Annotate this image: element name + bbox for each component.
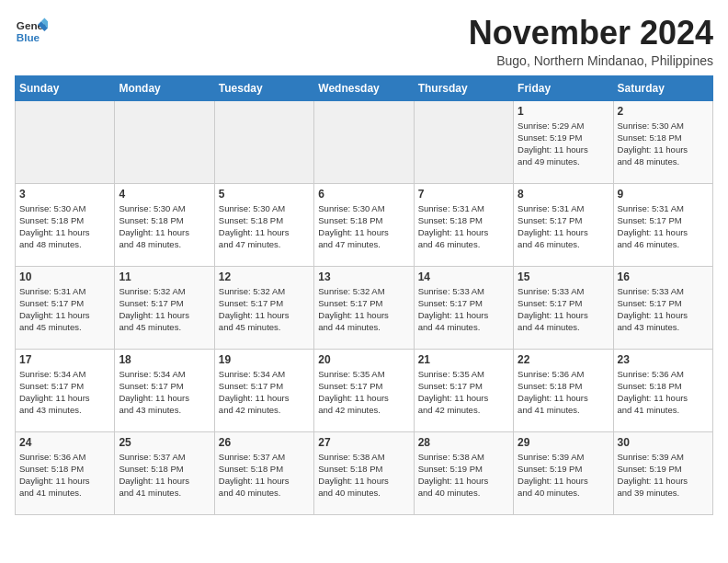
day-number: 20 bbox=[318, 353, 409, 366]
header-day-tuesday: Tuesday bbox=[214, 75, 313, 100]
calendar-cell bbox=[115, 100, 214, 183]
day-number: 3 bbox=[19, 188, 110, 201]
svg-text:Blue: Blue bbox=[17, 31, 40, 43]
day-info: Sunrise: 5:34 AM Sunset: 5:17 PM Dayligh… bbox=[119, 368, 210, 417]
calendar-cell: 16Sunrise: 5:33 AM Sunset: 5:17 PM Dayli… bbox=[613, 266, 712, 349]
day-number: 1 bbox=[518, 105, 609, 118]
day-info: Sunrise: 5:32 AM Sunset: 5:17 PM Dayligh… bbox=[119, 285, 210, 334]
page-header: General Blue November 2024 Bugo, Norther… bbox=[15, 15, 713, 68]
calendar-cell: 18Sunrise: 5:34 AM Sunset: 5:17 PM Dayli… bbox=[115, 349, 214, 431]
day-info: Sunrise: 5:39 AM Sunset: 5:19 PM Dayligh… bbox=[618, 451, 709, 500]
day-info: Sunrise: 5:32 AM Sunset: 5:17 PM Dayligh… bbox=[318, 285, 409, 334]
calendar-cell: 22Sunrise: 5:36 AM Sunset: 5:18 PM Dayli… bbox=[514, 349, 613, 431]
day-info: Sunrise: 5:30 AM Sunset: 5:18 PM Dayligh… bbox=[618, 120, 709, 168]
calendar-cell: 26Sunrise: 5:37 AM Sunset: 5:18 PM Dayli… bbox=[214, 431, 313, 514]
day-number: 2 bbox=[618, 105, 709, 118]
day-info: Sunrise: 5:33 AM Sunset: 5:17 PM Dayligh… bbox=[418, 285, 509, 334]
day-number: 17 bbox=[19, 353, 110, 366]
day-info: Sunrise: 5:36 AM Sunset: 5:18 PM Dayligh… bbox=[19, 451, 110, 500]
calendar-cell: 23Sunrise: 5:36 AM Sunset: 5:18 PM Dayli… bbox=[613, 349, 712, 431]
week-row-5: 24Sunrise: 5:36 AM Sunset: 5:18 PM Dayli… bbox=[16, 431, 713, 514]
calendar-cell: 9Sunrise: 5:31 AM Sunset: 5:17 PM Daylig… bbox=[613, 183, 712, 266]
day-number: 8 bbox=[518, 188, 609, 201]
day-number: 18 bbox=[119, 353, 210, 366]
header-day-thursday: Thursday bbox=[414, 75, 513, 100]
calendar-cell: 1Sunrise: 5:29 AM Sunset: 5:19 PM Daylig… bbox=[514, 100, 613, 183]
calendar-cell: 29Sunrise: 5:39 AM Sunset: 5:19 PM Dayli… bbox=[514, 431, 613, 514]
logo-icon: General Blue bbox=[15, 15, 48, 48]
calendar-cell bbox=[314, 100, 414, 183]
day-number: 24 bbox=[19, 436, 110, 449]
calendar-cell: 30Sunrise: 5:39 AM Sunset: 5:19 PM Dayli… bbox=[613, 431, 712, 514]
day-number: 7 bbox=[418, 188, 509, 201]
week-row-3: 10Sunrise: 5:31 AM Sunset: 5:17 PM Dayli… bbox=[16, 266, 713, 349]
day-info: Sunrise: 5:30 AM Sunset: 5:18 PM Dayligh… bbox=[318, 202, 409, 251]
day-number: 21 bbox=[418, 353, 509, 366]
day-number: 16 bbox=[618, 270, 709, 283]
calendar-cell bbox=[214, 100, 313, 183]
header-day-wednesday: Wednesday bbox=[314, 75, 414, 100]
calendar-cell bbox=[414, 100, 513, 183]
day-number: 13 bbox=[318, 270, 409, 283]
day-info: Sunrise: 5:31 AM Sunset: 5:17 PM Dayligh… bbox=[19, 285, 110, 334]
calendar-cell: 27Sunrise: 5:38 AM Sunset: 5:18 PM Dayli… bbox=[314, 431, 414, 514]
day-number: 30 bbox=[618, 436, 709, 449]
calendar-cell: 8Sunrise: 5:31 AM Sunset: 5:17 PM Daylig… bbox=[514, 183, 613, 266]
calendar-cell: 13Sunrise: 5:32 AM Sunset: 5:17 PM Dayli… bbox=[314, 266, 414, 349]
day-info: Sunrise: 5:31 AM Sunset: 5:17 PM Dayligh… bbox=[518, 202, 609, 251]
calendar-cell: 7Sunrise: 5:31 AM Sunset: 5:18 PM Daylig… bbox=[414, 183, 513, 266]
week-row-4: 17Sunrise: 5:34 AM Sunset: 5:17 PM Dayli… bbox=[16, 349, 713, 431]
day-number: 28 bbox=[418, 436, 509, 449]
calendar-cell: 28Sunrise: 5:38 AM Sunset: 5:19 PM Dayli… bbox=[414, 431, 513, 514]
header-day-sunday: Sunday bbox=[16, 75, 115, 100]
header-row: SundayMondayTuesdayWednesdayThursdayFrid… bbox=[16, 75, 713, 100]
day-info: Sunrise: 5:34 AM Sunset: 5:17 PM Dayligh… bbox=[19, 368, 110, 417]
day-number: 5 bbox=[219, 188, 310, 201]
week-row-2: 3Sunrise: 5:30 AM Sunset: 5:18 PM Daylig… bbox=[16, 183, 713, 266]
day-number: 14 bbox=[418, 270, 509, 283]
calendar-cell: 11Sunrise: 5:32 AM Sunset: 5:17 PM Dayli… bbox=[115, 266, 214, 349]
calendar-table: SundayMondayTuesdayWednesdayThursdayFrid… bbox=[15, 75, 713, 515]
day-info: Sunrise: 5:31 AM Sunset: 5:17 PM Dayligh… bbox=[618, 202, 709, 251]
calendar-cell: 14Sunrise: 5:33 AM Sunset: 5:17 PM Dayli… bbox=[414, 266, 513, 349]
day-number: 9 bbox=[618, 188, 709, 201]
day-info: Sunrise: 5:37 AM Sunset: 5:18 PM Dayligh… bbox=[119, 451, 210, 500]
day-number: 4 bbox=[119, 188, 210, 201]
calendar-cell: 4Sunrise: 5:30 AM Sunset: 5:18 PM Daylig… bbox=[115, 183, 214, 266]
day-info: Sunrise: 5:38 AM Sunset: 5:19 PM Dayligh… bbox=[418, 451, 509, 500]
day-info: Sunrise: 5:33 AM Sunset: 5:17 PM Dayligh… bbox=[518, 285, 609, 334]
calendar-cell: 2Sunrise: 5:30 AM Sunset: 5:18 PM Daylig… bbox=[613, 100, 712, 183]
header-day-saturday: Saturday bbox=[613, 75, 712, 100]
calendar-cell: 6Sunrise: 5:30 AM Sunset: 5:18 PM Daylig… bbox=[314, 183, 414, 266]
day-number: 25 bbox=[119, 436, 210, 449]
title-block: November 2024 Bugo, Northern Mindanao, P… bbox=[469, 15, 713, 68]
month-title: November 2024 bbox=[469, 15, 713, 52]
calendar-cell: 20Sunrise: 5:35 AM Sunset: 5:17 PM Dayli… bbox=[314, 349, 414, 431]
day-number: 23 bbox=[618, 353, 709, 366]
week-row-1: 1Sunrise: 5:29 AM Sunset: 5:19 PM Daylig… bbox=[16, 100, 713, 183]
calendar-cell: 24Sunrise: 5:36 AM Sunset: 5:18 PM Dayli… bbox=[16, 431, 115, 514]
location: Bugo, Northern Mindanao, Philippines bbox=[469, 53, 713, 68]
calendar-cell: 5Sunrise: 5:30 AM Sunset: 5:18 PM Daylig… bbox=[214, 183, 313, 266]
calendar-cell: 25Sunrise: 5:37 AM Sunset: 5:18 PM Dayli… bbox=[115, 431, 214, 514]
day-info: Sunrise: 5:33 AM Sunset: 5:17 PM Dayligh… bbox=[618, 285, 709, 334]
day-info: Sunrise: 5:30 AM Sunset: 5:18 PM Dayligh… bbox=[219, 202, 310, 251]
calendar-cell bbox=[16, 100, 115, 183]
day-number: 11 bbox=[119, 270, 210, 283]
day-info: Sunrise: 5:30 AM Sunset: 5:18 PM Dayligh… bbox=[119, 202, 210, 251]
calendar-cell: 3Sunrise: 5:30 AM Sunset: 5:18 PM Daylig… bbox=[16, 183, 115, 266]
day-info: Sunrise: 5:36 AM Sunset: 5:18 PM Dayligh… bbox=[518, 368, 609, 417]
day-number: 22 bbox=[518, 353, 609, 366]
day-info: Sunrise: 5:38 AM Sunset: 5:18 PM Dayligh… bbox=[318, 451, 409, 500]
day-info: Sunrise: 5:35 AM Sunset: 5:17 PM Dayligh… bbox=[418, 368, 509, 417]
day-info: Sunrise: 5:39 AM Sunset: 5:19 PM Dayligh… bbox=[518, 451, 609, 500]
day-number: 29 bbox=[518, 436, 609, 449]
header-day-friday: Friday bbox=[514, 75, 613, 100]
day-number: 27 bbox=[318, 436, 409, 449]
day-number: 10 bbox=[19, 270, 110, 283]
calendar-cell: 17Sunrise: 5:34 AM Sunset: 5:17 PM Dayli… bbox=[16, 349, 115, 431]
day-info: Sunrise: 5:30 AM Sunset: 5:18 PM Dayligh… bbox=[19, 202, 110, 251]
calendar-cell: 10Sunrise: 5:31 AM Sunset: 5:17 PM Dayli… bbox=[16, 266, 115, 349]
day-info: Sunrise: 5:37 AM Sunset: 5:18 PM Dayligh… bbox=[219, 451, 310, 500]
logo: General Blue bbox=[15, 15, 48, 48]
